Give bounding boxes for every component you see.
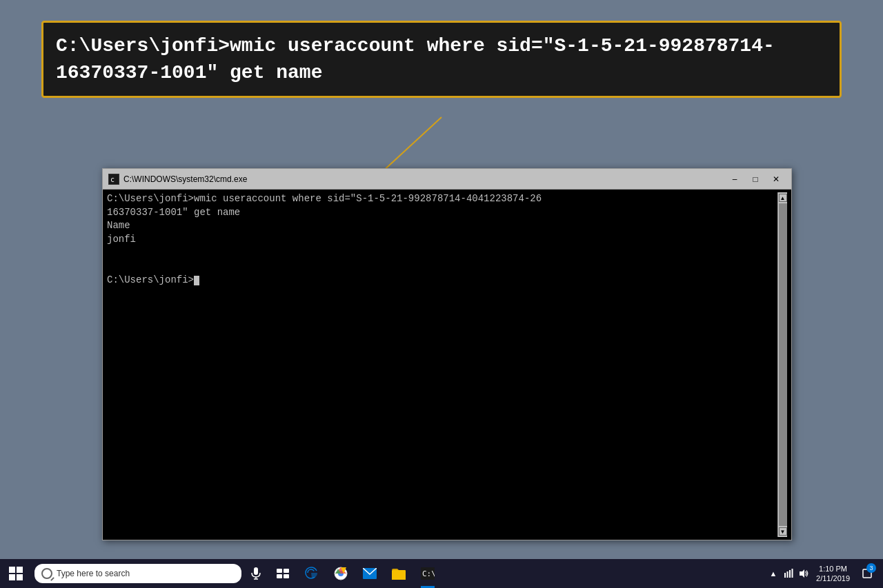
minimize-button[interactable]: –: [725, 172, 744, 186]
svg-text:C:\: C:\: [422, 569, 435, 578]
close-button[interactable]: ✕: [766, 172, 786, 186]
cmd-line-4: jonfi: [107, 234, 136, 245]
scroll-down-button[interactable]: ▼: [779, 527, 787, 536]
taskview-icon: [277, 569, 289, 578]
callout-box: C:\Users\jonfi>wmic useraccount where si…: [41, 21, 842, 98]
svg-rect-19: [787, 571, 788, 578]
mail-icon: [363, 568, 377, 579]
svg-rect-9: [277, 574, 282, 578]
explorer-icon: [392, 567, 406, 580]
svg-rect-18: [784, 573, 786, 578]
cmd-app-icon: c: [108, 174, 119, 185]
cmd-prompt: C:\Users\jonfi>: [107, 274, 199, 285]
volume-icon[interactable]: [798, 568, 809, 579]
network-status-icon: [784, 569, 793, 578]
cmd-scrollbar[interactable]: ▲ ▼: [777, 192, 787, 537]
explorer-button[interactable]: [385, 559, 413, 588]
edge-button[interactable]: [298, 559, 326, 588]
mail-button[interactable]: [356, 559, 384, 588]
svg-rect-7: [277, 569, 282, 573]
taskbar-time: 1:10 PM: [819, 564, 847, 574]
cmd-line-1: C:\Users\jonfi>wmic useraccount where si…: [107, 193, 542, 204]
chrome-icon: [334, 567, 348, 580]
cmd-cursor: [194, 276, 199, 285]
svg-text:c: c: [110, 176, 115, 183]
taskbar-apps: C:\: [269, 559, 442, 588]
chrome-button[interactable]: [327, 559, 355, 588]
start-button[interactable]: [0, 559, 32, 588]
network-icon[interactable]: [783, 568, 794, 579]
cmd-icon: C:\: [421, 567, 435, 580]
svg-rect-8: [284, 569, 289, 573]
callout-text: C:\Users\jonfi>wmic useraccount where si…: [56, 35, 775, 83]
svg-rect-15: [392, 572, 406, 580]
taskview-button[interactable]: [269, 559, 297, 588]
search-icon: [41, 568, 52, 579]
maximize-button[interactable]: □: [746, 172, 765, 186]
mic-icon: [251, 567, 261, 580]
taskbar-search-box[interactable]: Type here to search: [34, 564, 241, 583]
cmd-window-controls: – □ ✕: [725, 172, 786, 186]
cmd-taskbar-button[interactable]: C:\: [414, 559, 442, 588]
svg-rect-20: [789, 570, 791, 578]
svg-rect-10: [284, 574, 289, 578]
cmd-content-area: C:\Users\jonfi>wmic useraccount where si…: [103, 190, 791, 540]
svg-rect-4: [254, 567, 258, 575]
taskbar-systray-area: ▲ 1:10 PM 2/11/2019: [762, 559, 883, 588]
cortana-mic-button[interactable]: [246, 564, 266, 583]
taskbar-date: 2/11/2019: [816, 574, 850, 583]
cmd-line-2: 16370337-1001" get name: [107, 207, 240, 218]
notification-center-button[interactable]: 3: [857, 559, 877, 588]
notification-badge: 3: [866, 563, 876, 573]
cmd-title-text: C:\WINDOWS\system32\cmd.exe: [123, 174, 725, 184]
scroll-up-button[interactable]: ▲: [779, 194, 787, 202]
taskbar: Type here to search: [0, 559, 883, 588]
show-hidden-icons-button[interactable]: ▲: [768, 568, 779, 579]
edge-icon: [305, 567, 319, 580]
windows-logo-icon: [9, 567, 23, 580]
svg-marker-22: [800, 569, 804, 578]
cmd-line-3: Name: [107, 220, 130, 231]
cmd-output: C:\Users\jonfi>wmic useraccount where si…: [107, 192, 777, 537]
taskbar-search-placeholder: Type here to search: [57, 569, 130, 578]
taskbar-clock[interactable]: 1:10 PM 2/11/2019: [813, 559, 853, 588]
cmd-titlebar: c C:\WINDOWS\system32\cmd.exe – □ ✕: [103, 169, 791, 190]
volume-status-icon: [799, 569, 808, 578]
cmd-window: c C:\WINDOWS\system32\cmd.exe – □ ✕ C:\U…: [102, 168, 792, 540]
svg-rect-21: [792, 569, 793, 578]
